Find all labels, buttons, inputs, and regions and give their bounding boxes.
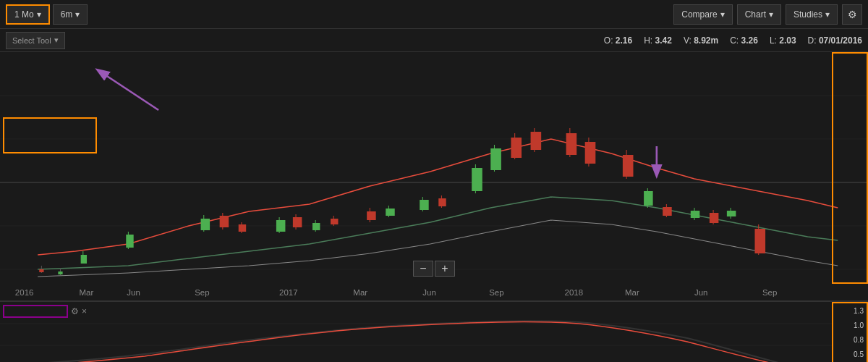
svg-rect-77: [0, 302, 832, 362]
svg-rect-37: [472, 168, 482, 191]
c-label: C: 3.26: [730, 35, 758, 46]
y-axis-value-4: 0.5: [854, 350, 864, 358]
d-label: D: 07/01/2016: [808, 35, 862, 46]
range-dropdown-icon: ▾: [75, 9, 80, 20]
interval-label: 1 Mo: [14, 9, 34, 20]
indicator-close-icon[interactable]: ×: [82, 306, 87, 316]
svg-rect-7: [39, 269, 43, 272]
svg-rect-61: [754, 229, 765, 253]
range-label: 6m: [61, 9, 73, 20]
select-tool-dropdown-icon: ▾: [54, 35, 59, 45]
y-axis-value-1: 1.3: [854, 307, 864, 315]
orange-annotation-box: [3, 117, 97, 153]
svg-rect-33: [420, 200, 429, 210]
svg-rect-45: [566, 133, 577, 155]
svg-rect-59: [727, 211, 736, 216]
ohlcv-info: O: 2.16 H: 3.42 V: 8.92m C: 3.26 L: 2.03…: [604, 35, 862, 46]
lower-panel: ⚙ ×: [0, 301, 868, 362]
chart-label: Chart: [745, 9, 766, 20]
svg-text:Sep: Sep: [489, 288, 503, 297]
svg-rect-27: [331, 219, 338, 224]
range-button[interactable]: 6m ▾: [53, 4, 88, 25]
studies-button[interactable]: Studies ▾: [786, 4, 838, 25]
svg-rect-39: [490, 148, 501, 170]
svg-text:Jun: Jun: [422, 288, 436, 297]
svg-text:2016: 2016: [15, 288, 34, 297]
main-toolbar: 1 Mo ▾ 6m ▾ Compare ▾ Chart ▾ Studies ▾ …: [0, 0, 868, 29]
zoom-in-icon: +: [441, 263, 448, 274]
l-label: L: 2.03: [770, 35, 796, 46]
indicator-name-box: [3, 305, 68, 318]
svg-text:Mar: Mar: [80, 288, 94, 297]
svg-rect-19: [239, 224, 246, 232]
svg-rect-11: [81, 255, 87, 264]
o-label: O: 2.16: [604, 35, 632, 46]
zoom-in-button[interactable]: +: [435, 261, 455, 277]
gear-icon: ⚙: [848, 9, 857, 20]
h-label: H: 3.42: [644, 35, 672, 46]
x-axis-labels: 2016 Mar Jun Sep 2017 Mar Jun Sep 2018 M…: [0, 284, 868, 301]
compare-label: Compare: [681, 9, 717, 20]
compare-dropdown-icon: ▾: [720, 9, 725, 20]
svg-rect-41: [511, 138, 522, 158]
svg-rect-21: [276, 220, 286, 232]
studies-dropdown-icon: ▾: [825, 9, 830, 20]
indicator-settings-icon[interactable]: ⚙: [71, 306, 79, 316]
interval-button[interactable]: 1 Mo ▾: [6, 4, 50, 25]
svg-rect-57: [710, 213, 719, 223]
select-tool-label: Select Tool: [12, 36, 51, 45]
indicator-chart: [0, 302, 832, 362]
x-axis: 2016 Mar Jun Sep 2017 Mar Jun Sep 2018 M…: [0, 284, 868, 301]
settings-button[interactable]: ⚙: [842, 4, 862, 25]
svg-rect-31: [386, 209, 395, 216]
indicator-label-area: ⚙ ×: [3, 305, 87, 318]
svg-rect-9: [58, 272, 62, 274]
v-label: V: 8.92m: [684, 35, 718, 46]
svg-rect-49: [623, 155, 634, 177]
svg-rect-35: [438, 198, 446, 206]
svg-text:Sep: Sep: [195, 288, 209, 297]
y-axis-value-3: 0.8: [854, 336, 864, 344]
interval-dropdown-icon: ▾: [37, 9, 41, 20]
svg-text:2018: 2018: [565, 288, 584, 297]
svg-text:Jun: Jun: [694, 288, 708, 297]
svg-rect-47: [585, 142, 596, 164]
svg-rect-29: [367, 211, 376, 220]
candlestick-chart: [0, 52, 868, 284]
svg-rect-23: [293, 217, 302, 227]
chart-button[interactable]: Chart ▾: [737, 4, 781, 25]
svg-text:Sep: Sep: [762, 288, 777, 297]
select-tool-dropdown[interactable]: Select Tool ▾: [6, 32, 65, 49]
toolbar-right: Compare ▾ Chart ▾ Studies ▾ ⚙: [673, 4, 862, 25]
svg-text:Mar: Mar: [353, 288, 367, 297]
zoom-controls: − +: [413, 261, 455, 277]
svg-text:2017: 2017: [279, 288, 298, 297]
svg-text:Jun: Jun: [127, 288, 140, 297]
svg-rect-13: [126, 235, 133, 248]
svg-rect-17: [220, 216, 229, 227]
lower-panel-y-axis: 1.3 1.0 0.8 0.5 0.3: [832, 302, 868, 362]
svg-rect-15: [201, 219, 210, 230]
zoom-out-button[interactable]: −: [413, 261, 433, 277]
svg-rect-0: [0, 52, 868, 284]
studies-label: Studies: [793, 9, 822, 20]
right-panel-price-axis: [832, 52, 868, 284]
compare-button[interactable]: Compare ▾: [673, 4, 732, 25]
svg-text:Mar: Mar: [625, 288, 639, 297]
svg-rect-43: [531, 132, 542, 150]
sub-toolbar: Select Tool ▾ O: 2.16 H: 3.42 V: 8.92m C…: [0, 29, 868, 52]
svg-rect-55: [691, 211, 700, 218]
svg-rect-25: [312, 223, 320, 230]
zoom-out-icon: −: [420, 263, 426, 274]
svg-rect-53: [663, 207, 672, 216]
main-chart[interactable]: − +: [0, 52, 868, 284]
y-axis-value-2: 1.0: [854, 321, 864, 329]
svg-rect-51: [644, 191, 653, 206]
chart-dropdown-icon: ▾: [769, 9, 773, 20]
